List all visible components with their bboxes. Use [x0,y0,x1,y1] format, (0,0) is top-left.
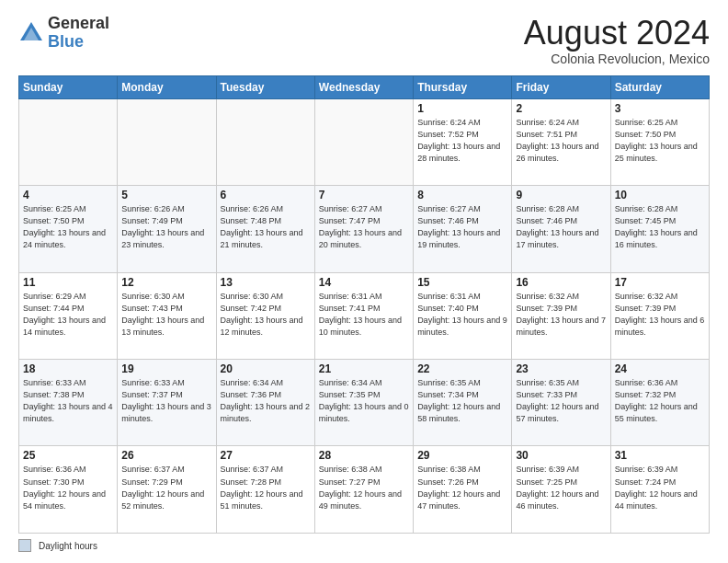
day-cell: 1Sunrise: 6:24 AM Sunset: 7:52 PM Daylig… [414,98,512,185]
day-info: Sunrise: 6:30 AM Sunset: 7:43 PM Dayligh… [121,291,211,339]
day-info: Sunrise: 6:26 AM Sunset: 7:49 PM Dayligh… [121,203,211,251]
day-cell: 30Sunrise: 6:39 AM Sunset: 7:25 PM Dayli… [512,446,610,534]
title-section: August 2024 Colonia Revolucion, Mexico [524,15,710,66]
day-info: Sunrise: 6:34 AM Sunset: 7:35 PM Dayligh… [319,377,409,425]
day-info: Sunrise: 6:28 AM Sunset: 7:46 PM Dayligh… [516,203,606,251]
page: General Blue August 2024 Colonia Revoluc… [0,0,728,563]
day-info: Sunrise: 6:32 AM Sunset: 7:39 PM Dayligh… [516,291,606,339]
day-info: Sunrise: 6:25 AM Sunset: 7:50 PM Dayligh… [23,203,113,251]
day-cell: 21Sunrise: 6:34 AM Sunset: 7:35 PM Dayli… [314,360,413,446]
day-info: Sunrise: 6:25 AM Sunset: 7:50 PM Dayligh… [615,117,705,165]
day-cell: 22Sunrise: 6:35 AM Sunset: 7:34 PM Dayli… [414,360,512,446]
day-number: 27 [221,449,311,462]
day-number: 28 [319,449,409,462]
day-number: 13 [221,276,311,289]
col-header-friday: Friday [512,75,610,98]
header-row: SundayMondayTuesdayWednesdayThursdayFrid… [19,75,710,98]
day-cell [216,98,314,185]
day-info: Sunrise: 6:27 AM Sunset: 7:47 PM Dayligh… [319,203,409,251]
day-number: 19 [121,362,211,375]
week-row-5: 25Sunrise: 6:36 AM Sunset: 7:30 PM Dayli… [19,446,710,534]
day-info: Sunrise: 6:38 AM Sunset: 7:26 PM Dayligh… [417,464,507,511]
day-info: Sunrise: 6:32 AM Sunset: 7:39 PM Dayligh… [615,291,705,339]
day-cell: 23Sunrise: 6:35 AM Sunset: 7:33 PM Dayli… [512,360,610,446]
day-info: Sunrise: 6:28 AM Sunset: 7:45 PM Dayligh… [615,203,705,251]
day-cell [314,98,413,185]
day-info: Sunrise: 6:37 AM Sunset: 7:29 PM Dayligh… [121,464,211,511]
day-cell: 26Sunrise: 6:37 AM Sunset: 7:29 PM Dayli… [118,446,216,534]
footer: Daylight hours [18,539,710,552]
day-info: Sunrise: 6:38 AM Sunset: 7:27 PM Dayligh… [319,464,409,511]
day-number: 7 [319,189,409,201]
col-header-saturday: Saturday [610,75,709,98]
day-number: 31 [615,449,705,462]
day-number: 12 [121,276,211,289]
header: General Blue August 2024 Colonia Revoluc… [18,15,710,66]
logo-text: General Blue [48,15,109,52]
day-info: Sunrise: 6:24 AM Sunset: 7:51 PM Dayligh… [516,117,606,165]
day-number: 4 [23,189,113,201]
day-number: 1 [417,102,507,115]
day-cell: 12Sunrise: 6:30 AM Sunset: 7:43 PM Dayli… [118,272,216,359]
day-info: Sunrise: 6:29 AM Sunset: 7:44 PM Dayligh… [23,291,113,339]
day-number: 16 [516,276,606,289]
day-info: Sunrise: 6:34 AM Sunset: 7:36 PM Dayligh… [221,377,311,425]
day-number: 18 [23,362,113,375]
day-number: 2 [516,102,606,115]
day-number: 26 [121,449,211,462]
week-row-1: 1Sunrise: 6:24 AM Sunset: 7:52 PM Daylig… [19,98,710,185]
col-header-thursday: Thursday [414,75,512,98]
day-cell: 27Sunrise: 6:37 AM Sunset: 7:28 PM Dayli… [216,446,314,534]
logo: General Blue [18,15,109,52]
day-cell: 9Sunrise: 6:28 AM Sunset: 7:46 PM Daylig… [512,186,610,272]
footer-label: Daylight hours [39,541,97,551]
day-info: Sunrise: 6:26 AM Sunset: 7:48 PM Dayligh… [221,203,311,251]
day-cell: 20Sunrise: 6:34 AM Sunset: 7:36 PM Dayli… [216,360,314,446]
day-number: 25 [23,449,113,462]
day-cell: 2Sunrise: 6:24 AM Sunset: 7:51 PM Daylig… [512,98,610,185]
day-cell [118,98,216,185]
day-cell: 3Sunrise: 6:25 AM Sunset: 7:50 PM Daylig… [610,98,709,185]
day-cell: 4Sunrise: 6:25 AM Sunset: 7:50 PM Daylig… [19,186,118,272]
col-header-monday: Monday [118,75,216,98]
week-row-3: 11Sunrise: 6:29 AM Sunset: 7:44 PM Dayli… [19,272,710,359]
day-cell: 13Sunrise: 6:30 AM Sunset: 7:42 PM Dayli… [216,272,314,359]
day-info: Sunrise: 6:39 AM Sunset: 7:25 PM Dayligh… [516,464,606,511]
day-cell: 10Sunrise: 6:28 AM Sunset: 7:45 PM Dayli… [610,186,709,272]
day-info: Sunrise: 6:33 AM Sunset: 7:37 PM Dayligh… [121,377,211,425]
week-row-4: 18Sunrise: 6:33 AM Sunset: 7:38 PM Dayli… [19,360,710,446]
day-info: Sunrise: 6:35 AM Sunset: 7:34 PM Dayligh… [417,377,507,425]
day-number: 21 [319,362,409,375]
day-number: 8 [417,189,507,201]
day-number: 29 [417,449,507,462]
day-number: 10 [615,189,705,201]
day-cell: 18Sunrise: 6:33 AM Sunset: 7:38 PM Dayli… [19,360,118,446]
day-number: 22 [417,362,507,375]
day-number: 5 [121,189,211,201]
col-header-tuesday: Tuesday [216,75,314,98]
day-cell: 7Sunrise: 6:27 AM Sunset: 7:47 PM Daylig… [314,186,413,272]
day-cell: 14Sunrise: 6:31 AM Sunset: 7:41 PM Dayli… [314,272,413,359]
calendar-table: SundayMondayTuesdayWednesdayThursdayFrid… [18,75,710,534]
day-info: Sunrise: 6:37 AM Sunset: 7:28 PM Dayligh… [221,464,311,511]
col-header-sunday: Sunday [19,75,118,98]
logo-blue: Blue [48,32,84,51]
day-cell: 19Sunrise: 6:33 AM Sunset: 7:37 PM Dayli… [118,360,216,446]
day-number: 6 [221,189,311,201]
day-number: 30 [516,449,606,462]
day-info: Sunrise: 6:35 AM Sunset: 7:33 PM Dayligh… [516,377,606,425]
logo-general: General [48,14,109,32]
day-cell: 17Sunrise: 6:32 AM Sunset: 7:39 PM Dayli… [610,272,709,359]
day-cell: 31Sunrise: 6:39 AM Sunset: 7:24 PM Dayli… [610,446,709,534]
day-info: Sunrise: 6:31 AM Sunset: 7:40 PM Dayligh… [417,291,507,339]
day-cell [19,98,118,185]
day-number: 9 [516,189,606,201]
day-cell: 11Sunrise: 6:29 AM Sunset: 7:44 PM Dayli… [19,272,118,359]
day-number: 24 [615,362,705,375]
day-number: 14 [319,276,409,289]
day-info: Sunrise: 6:36 AM Sunset: 7:32 PM Dayligh… [615,377,705,425]
day-cell: 5Sunrise: 6:26 AM Sunset: 7:49 PM Daylig… [118,186,216,272]
legend-box [18,539,31,552]
day-info: Sunrise: 6:30 AM Sunset: 7:42 PM Dayligh… [221,291,311,339]
day-cell: 29Sunrise: 6:38 AM Sunset: 7:26 PM Dayli… [414,446,512,534]
